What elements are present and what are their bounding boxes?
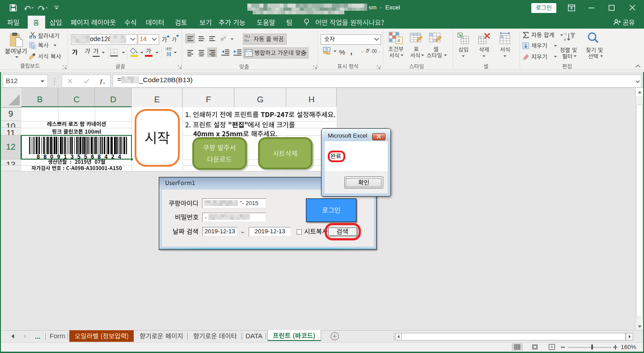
svg-text:≠: ≠ — [398, 38, 400, 43]
svg-text:f: f — [100, 78, 103, 84]
svg-text:→: → — [377, 50, 380, 54]
svg-text:.00: .00 — [371, 49, 377, 54]
svg-text:00: 00 — [367, 48, 370, 51]
svg-text:x: x — [103, 80, 105, 85]
